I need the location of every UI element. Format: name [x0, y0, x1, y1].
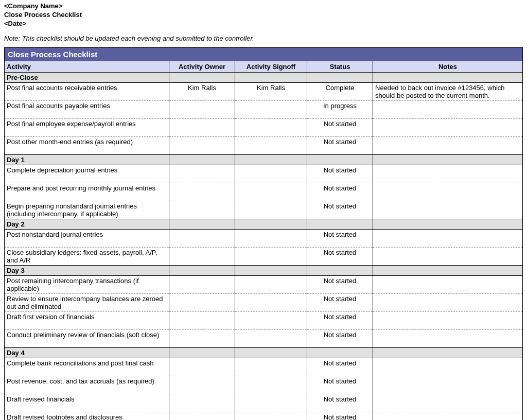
notes-cell[interactable]: [373, 137, 523, 155]
status-cell[interactable]: Not started: [307, 248, 373, 266]
col-activity: Activity: [5, 61, 169, 73]
activity-cell[interactable]: Conduct preliminary review of financials…: [5, 330, 169, 348]
doc-date: <Date>: [4, 20, 523, 27]
status-cell[interactable]: Not started: [307, 330, 373, 348]
signoff-cell[interactable]: [235, 312, 307, 330]
signoff-cell[interactable]: [235, 230, 307, 248]
notes-cell[interactable]: [373, 330, 523, 348]
status-cell[interactable]: Not started: [307, 119, 373, 137]
owner-cell[interactable]: [169, 294, 235, 312]
status-cell[interactable]: Not started: [307, 137, 373, 155]
notes-cell[interactable]: [373, 101, 523, 119]
activity-cell[interactable]: Post final accounts payable entries: [5, 101, 169, 119]
status-cell[interactable]: Not started: [307, 358, 373, 376]
owner-cell[interactable]: Kim Ralls: [169, 83, 235, 101]
owner-cell[interactable]: [169, 230, 235, 248]
activity-cell[interactable]: Complete depreciation journal entries: [5, 165, 169, 183]
notes-cell[interactable]: [373, 230, 523, 248]
notes-cell[interactable]: [373, 394, 523, 412]
signoff-cell[interactable]: [235, 412, 307, 421]
notes-cell[interactable]: [373, 183, 523, 201]
owner-cell[interactable]: [169, 330, 235, 348]
signoff-cell[interactable]: [235, 248, 307, 266]
notes-cell[interactable]: [373, 294, 523, 312]
section-row: Day 1: [5, 155, 523, 165]
notes-cell[interactable]: [373, 312, 523, 330]
status-cell[interactable]: Not started: [307, 165, 373, 183]
signoff-cell[interactable]: Kim Ralls: [235, 83, 307, 101]
status-cell[interactable]: Not started: [307, 201, 373, 219]
activity-cell[interactable]: Draft revised financials: [5, 394, 169, 412]
owner-cell[interactable]: [169, 101, 235, 119]
activity-cell[interactable]: Post final accounts receivable entries: [5, 83, 169, 101]
section-row: Day 3: [5, 266, 523, 276]
owner-cell[interactable]: [169, 201, 235, 219]
table-row: Post nonstandard journal entriesNot star…: [5, 230, 523, 248]
status-cell[interactable]: Not started: [307, 230, 373, 248]
status-cell[interactable]: In progress: [307, 101, 373, 119]
section-label: Day 4: [5, 348, 169, 358]
signoff-cell[interactable]: [235, 376, 307, 394]
activity-cell[interactable]: Post remaining intercompany transactions…: [5, 276, 169, 294]
signoff-cell[interactable]: [235, 165, 307, 183]
activity-cell[interactable]: Close subsidiary ledgers: fixed assets, …: [5, 248, 169, 266]
activity-cell[interactable]: Draft revised footnotes and disclosures: [5, 412, 169, 421]
notes-cell[interactable]: Needed to back out invoice #123456, whic…: [373, 83, 523, 101]
signoff-cell[interactable]: [235, 101, 307, 119]
activity-cell[interactable]: Prepare and post recurring monthly journ…: [5, 183, 169, 201]
status-cell[interactable]: Not started: [307, 412, 373, 421]
owner-cell[interactable]: [169, 376, 235, 394]
section-row: Day 2: [5, 219, 523, 230]
owner-cell[interactable]: [169, 119, 235, 137]
table-row: Post other month-end entries (as require…: [5, 137, 523, 155]
status-cell[interactable]: Not started: [307, 312, 373, 330]
status-cell[interactable]: Not started: [307, 276, 373, 294]
column-header-row: Activity Activity Owner Activity Signoff…: [5, 61, 523, 73]
section-label: Day 1: [5, 155, 169, 165]
notes-cell[interactable]: [373, 119, 523, 137]
status-cell[interactable]: Complete: [307, 83, 373, 101]
owner-cell[interactable]: [169, 412, 235, 421]
status-cell[interactable]: Not started: [307, 294, 373, 312]
signoff-cell[interactable]: [235, 294, 307, 312]
activity-cell[interactable]: Complete bank reconciliations and post f…: [5, 358, 169, 376]
activity-cell[interactable]: Post final employee expense/payroll entr…: [5, 119, 169, 137]
status-cell[interactable]: Not started: [307, 183, 373, 201]
doc-title: Close Process Checklist: [4, 11, 523, 19]
col-owner: Activity Owner: [169, 61, 235, 73]
table-row: Complete depreciation journal entriesNot…: [5, 165, 523, 183]
notes-cell[interactable]: [373, 358, 523, 376]
table-row: Conduct preliminary review of financials…: [5, 330, 523, 348]
activity-cell[interactable]: Post other month-end entries (as require…: [5, 137, 169, 155]
signoff-cell[interactable]: [235, 394, 307, 412]
signoff-cell[interactable]: [235, 183, 307, 201]
signoff-cell[interactable]: [235, 201, 307, 219]
notes-cell[interactable]: [373, 201, 523, 219]
activity-cell[interactable]: Review to ensure intercompany balances a…: [5, 294, 169, 312]
notes-cell[interactable]: [373, 248, 523, 266]
notes-cell[interactable]: [373, 165, 523, 183]
activity-cell[interactable]: Post nonstandard journal entries: [5, 230, 169, 248]
status-cell[interactable]: Not started: [307, 394, 373, 412]
activity-cell[interactable]: Begin preparing nonstandard journal entr…: [5, 201, 169, 219]
owner-cell[interactable]: [169, 137, 235, 155]
owner-cell[interactable]: [169, 165, 235, 183]
table-row: Prepare and post recurring monthly journ…: [5, 183, 523, 201]
owner-cell[interactable]: [169, 312, 235, 330]
owner-cell[interactable]: [169, 248, 235, 266]
activity-cell[interactable]: Post revenue, cost, and tax accruals (as…: [5, 376, 169, 394]
notes-cell[interactable]: [373, 376, 523, 394]
owner-cell[interactable]: [169, 183, 235, 201]
signoff-cell[interactable]: [235, 358, 307, 376]
owner-cell[interactable]: [169, 358, 235, 376]
status-cell[interactable]: Not started: [307, 376, 373, 394]
signoff-cell[interactable]: [235, 137, 307, 155]
notes-cell[interactable]: [373, 276, 523, 294]
signoff-cell[interactable]: [235, 330, 307, 348]
signoff-cell[interactable]: [235, 119, 307, 137]
activity-cell[interactable]: Draft first version of financials: [5, 312, 169, 330]
notes-cell[interactable]: [373, 412, 523, 421]
owner-cell[interactable]: [169, 394, 235, 412]
owner-cell[interactable]: [169, 276, 235, 294]
signoff-cell[interactable]: [235, 276, 307, 294]
